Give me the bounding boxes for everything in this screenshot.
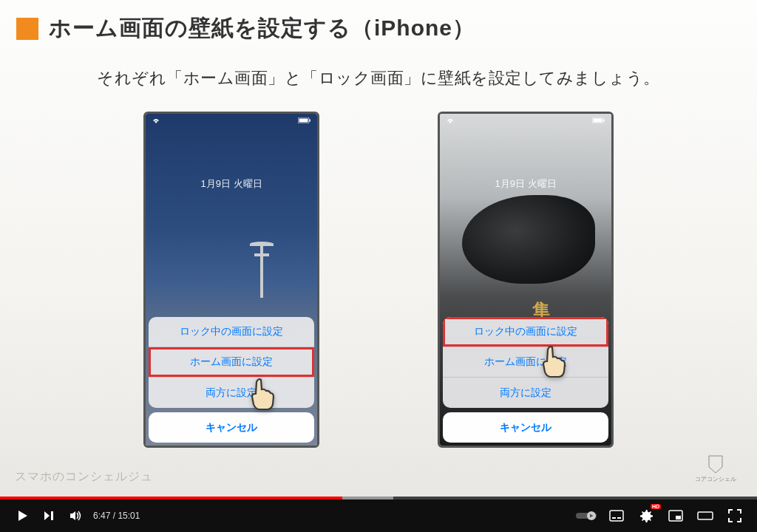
svg-rect-5 [604,120,605,122]
play-button[interactable] [9,502,35,529]
set-lock-screen-button[interactable]: ロック中の画面に設定 [149,317,314,347]
svg-rect-13 [676,516,681,519]
current-time: 6:47 [93,511,110,521]
brand-badge-label: コアコンシェル [695,476,736,482]
brand-badge: コアコンシェル [695,454,736,483]
slide-header: ホーム画面の壁紙を設定する（iPhone） [0,0,757,51]
action-sheet: ロック中の画面に設定 ホーム画面に設定 両方に設定 キャンセル [149,317,314,443]
progress-bar[interactable] [0,497,757,499]
miniplayer-button[interactable] [662,502,689,529]
pointer-hand-icon [242,375,279,412]
theater-mode-button[interactable] [692,502,719,529]
set-lock-screen-button[interactable]: ロック中の画面に設定 [443,317,608,347]
pointer-hand-icon [534,342,571,379]
volume-button[interactable] [62,502,89,529]
action-sheet: ロック中の画面に設定 ホーム画面に設定 両方に設定 キャンセル [443,317,608,443]
slide-marker-icon [16,18,38,40]
captions-button[interactable] [603,502,630,529]
svg-rect-4 [594,119,602,123]
battery-icon [592,117,605,129]
slide-subtitle: それぞれ「ホーム画面」と「ロック画面」に壁紙を設定してみましょう。 [0,67,757,89]
date-text: 1月9日 火曜日 [440,177,611,191]
date-text: 1月9日 火曜日 [146,177,317,191]
set-both-button[interactable]: 両方に設定 [443,378,608,408]
phone-right: 隼 9:41 1月9日 火曜日 ロック中の画面に設定 ホーム画面に設定 両方に設… [438,112,614,448]
svg-rect-9 [612,517,616,519]
set-home-screen-button[interactable]: ホーム画面に設定 [149,347,314,378]
hd-badge: HD [651,504,661,509]
battery-icon [298,117,311,129]
wifi-icon [446,117,455,129]
slide-title: ホーム画面の壁紙を設定する（iPhone） [49,13,475,44]
player-controls: 6:47 / 15:01 HD [0,499,757,532]
svg-rect-14 [698,512,713,519]
video-slide-area: ホーム画面の壁紙を設定する（iPhone） それぞれ「ホーム画面」と「ロック画面… [0,0,757,497]
progress-played [0,497,342,499]
svg-rect-1 [299,119,308,123]
svg-rect-8 [610,511,623,521]
status-bar [146,117,317,129]
svg-rect-2 [310,120,311,122]
cancel-button[interactable]: キャンセル [149,412,314,443]
space-needle-icon [260,246,263,298]
motorcycle-shape-icon [462,195,595,284]
autoplay-toggle[interactable] [574,502,600,529]
time-display: 6:47 / 15:01 [93,511,140,521]
watermark-text: スマホのコンシェルジュ [15,469,153,485]
set-both-button[interactable]: 両方に設定 [149,378,314,408]
cancel-button[interactable]: キャンセル [443,412,608,443]
wifi-icon [152,117,160,129]
status-bar [440,117,611,129]
set-home-screen-button[interactable]: ホーム画面に設定 [443,347,608,378]
svg-rect-10 [617,517,621,519]
fullscreen-button[interactable] [722,502,748,529]
phone-mockups: 9:41 1月9日 火曜日 ロック中の画面に設定 ホーム画面に設定 両方に設定 … [0,112,757,448]
duration: 15:01 [118,511,140,521]
phone-left: 9:41 1月9日 火曜日 ロック中の画面に設定 ホーム画面に設定 両方に設定 … [143,112,319,448]
next-button[interactable] [35,502,62,529]
